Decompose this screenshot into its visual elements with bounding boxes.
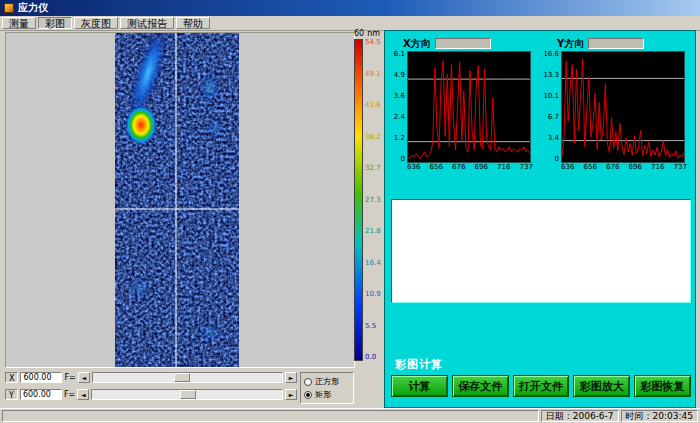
y-tick-label: 10.1 bbox=[543, 93, 559, 100]
calc-button-4[interactable]: 彩图放大 bbox=[573, 375, 630, 397]
chart-y-yaxis: 16.613.310.16.73.40 bbox=[541, 51, 561, 163]
colorbar-tick-label: 21.8 bbox=[365, 228, 381, 235]
y-f-label: F= bbox=[64, 390, 75, 399]
menu-bar: 测量彩图灰度图测试报告帮助 bbox=[0, 16, 700, 31]
x-tick-label: 676 bbox=[452, 163, 465, 172]
radio-label: 矩形 bbox=[315, 390, 331, 399]
calc-button-2[interactable]: 保存文件 bbox=[452, 375, 509, 397]
chart-y-direction: Y方向 16.613.310.16.73.40 6366566766967167… bbox=[541, 36, 689, 172]
x-tick-label: 696 bbox=[475, 163, 488, 172]
y-position-input[interactable] bbox=[20, 389, 62, 400]
y-right-arrow-button[interactable]: ► bbox=[285, 389, 297, 400]
menu-item-4[interactable]: 测试报告 bbox=[120, 17, 174, 29]
x-position-slider[interactable] bbox=[92, 372, 283, 383]
colorbar-tick-label: 54.5 bbox=[365, 39, 381, 46]
y-tick-label: 3.4 bbox=[548, 135, 559, 142]
y-tick-label: 2.4 bbox=[394, 114, 405, 121]
menu-item-1[interactable]: 测量 bbox=[2, 17, 36, 29]
colorbar-tick-label: 0.0 bbox=[365, 354, 381, 361]
y-tick-label: 1.2 bbox=[394, 135, 405, 142]
x-tick-label: 737 bbox=[520, 163, 533, 172]
x-tick-label: 676 bbox=[606, 163, 619, 172]
y-slider-thumb[interactable] bbox=[180, 390, 196, 399]
colorbar-tick-label: 5.5 bbox=[365, 323, 381, 330]
image-display-area bbox=[5, 32, 355, 368]
x-tick-label: 656 bbox=[430, 163, 443, 172]
y-left-arrow-button[interactable]: ◄ bbox=[77, 389, 89, 400]
calc-buttons: 计算保存文件打开文件彩图放大彩图恢复 bbox=[391, 375, 691, 397]
menu-item-5[interactable]: 帮助 bbox=[176, 17, 210, 29]
colorbar-ticks: 54.549.143.638.232.727.321.816.410.95.50… bbox=[365, 39, 381, 361]
x-position-input[interactable] bbox=[20, 372, 62, 383]
x-tick-label: 656 bbox=[584, 163, 597, 172]
y-tick-label: 6.7 bbox=[548, 114, 559, 121]
x-tick-label: 716 bbox=[497, 163, 510, 172]
calc-section-title: 彩图计算 bbox=[395, 357, 443, 372]
colorbar-tick-label: 16.4 bbox=[365, 260, 381, 267]
y-position-control: Y F= ◄ ► bbox=[5, 388, 297, 401]
color-scale-unit: nm bbox=[367, 29, 380, 38]
x-right-arrow-button[interactable]: ► bbox=[285, 372, 297, 383]
chart-x-plot bbox=[407, 51, 531, 163]
x-tick-label: 636 bbox=[407, 163, 420, 172]
colorbar-tick-label: 32.7 bbox=[365, 165, 381, 172]
chart-x-value-box bbox=[435, 38, 491, 49]
y-tick-label: 16.6 bbox=[543, 51, 559, 58]
x-position-control: X F= ◄ ► bbox=[5, 371, 297, 384]
app-icon bbox=[4, 3, 14, 13]
y-axis-label: Y bbox=[5, 389, 18, 400]
radio-option-2[interactable]: 矩形 bbox=[304, 390, 350, 399]
color-scale: 60 nm 54.549.143.638.232.727.321.816.410… bbox=[354, 29, 384, 361]
chart-x-title: X方向 bbox=[403, 37, 431, 51]
x-slider-thumb[interactable] bbox=[174, 373, 190, 382]
colorbar-tick-label: 10.9 bbox=[365, 291, 381, 298]
x-f-label: F= bbox=[64, 373, 75, 382]
colorbar-tick-label: 49.1 bbox=[365, 71, 381, 78]
chart-x-direction: X方向 6.14.93.62.41.20 636656676696716737 bbox=[387, 36, 535, 172]
colorbar-tick-label: 27.3 bbox=[365, 197, 381, 204]
y-tick-label: 3.6 bbox=[394, 93, 405, 100]
radio-option-1[interactable]: 正方形 bbox=[304, 377, 350, 386]
x-tick-label: 696 bbox=[629, 163, 642, 172]
title-bar: 应力仪 bbox=[0, 0, 700, 16]
status-bar-spacer bbox=[2, 410, 539, 422]
chart-y-plot bbox=[561, 51, 685, 163]
chart-x-xaxis: 636656676696716737 bbox=[407, 163, 533, 172]
y-tick-label: 13.3 bbox=[543, 72, 559, 79]
color-scale-gradient-bar bbox=[354, 39, 363, 361]
status-time: 时间：20:03:45 bbox=[621, 410, 698, 422]
color-scale-max: 60 bbox=[354, 29, 364, 38]
chart-y-value-box bbox=[588, 38, 644, 49]
radio-label: 正方形 bbox=[315, 377, 339, 386]
x-left-arrow-button[interactable]: ◄ bbox=[78, 372, 90, 383]
calc-button-1[interactable]: 计算 bbox=[391, 375, 448, 397]
y-tick-label: 4.9 bbox=[394, 72, 405, 79]
window-title: 应力仪 bbox=[18, 1, 48, 15]
radio-circle[interactable] bbox=[304, 391, 312, 399]
x-axis-label: X bbox=[5, 372, 18, 383]
x-tick-label: 716 bbox=[651, 163, 664, 172]
menu-item-3[interactable]: 灰度图 bbox=[74, 17, 118, 29]
colorbar-tick-label: 43.6 bbox=[365, 102, 381, 109]
results-listbox[interactable] bbox=[391, 199, 691, 303]
chart-y-xaxis: 636656676696716737 bbox=[561, 163, 687, 172]
y-tick-label: 0 bbox=[555, 156, 559, 163]
colorbar-tick-label: 38.2 bbox=[365, 134, 381, 141]
chart-y-title: Y方向 bbox=[557, 37, 584, 51]
x-tick-label: 737 bbox=[674, 163, 687, 172]
chart-x-yaxis: 6.14.93.62.41.20 bbox=[387, 51, 407, 163]
calc-button-5[interactable]: 彩图恢复 bbox=[634, 375, 691, 397]
y-tick-label: 6.1 bbox=[394, 51, 405, 58]
analysis-panel: X方向 6.14.93.62.41.20 636656676696716737 … bbox=[384, 30, 696, 408]
x-tick-label: 636 bbox=[561, 163, 574, 172]
charts-row: X方向 6.14.93.62.41.20 636656676696716737 … bbox=[385, 31, 695, 172]
status-date: 日期：2006-6-7 bbox=[541, 410, 619, 422]
y-position-slider[interactable] bbox=[91, 389, 283, 400]
shape-radio-group: 正方形矩形 bbox=[300, 372, 354, 404]
radio-circle[interactable] bbox=[304, 378, 312, 386]
y-tick-label: 0 bbox=[401, 156, 405, 163]
status-bar: 日期：2006-6-7 时间：20:03:45 bbox=[0, 408, 700, 423]
heatmap-image[interactable] bbox=[115, 33, 239, 367]
menu-item-2[interactable]: 彩图 bbox=[38, 17, 72, 29]
calc-button-3[interactable]: 打开文件 bbox=[513, 375, 570, 397]
